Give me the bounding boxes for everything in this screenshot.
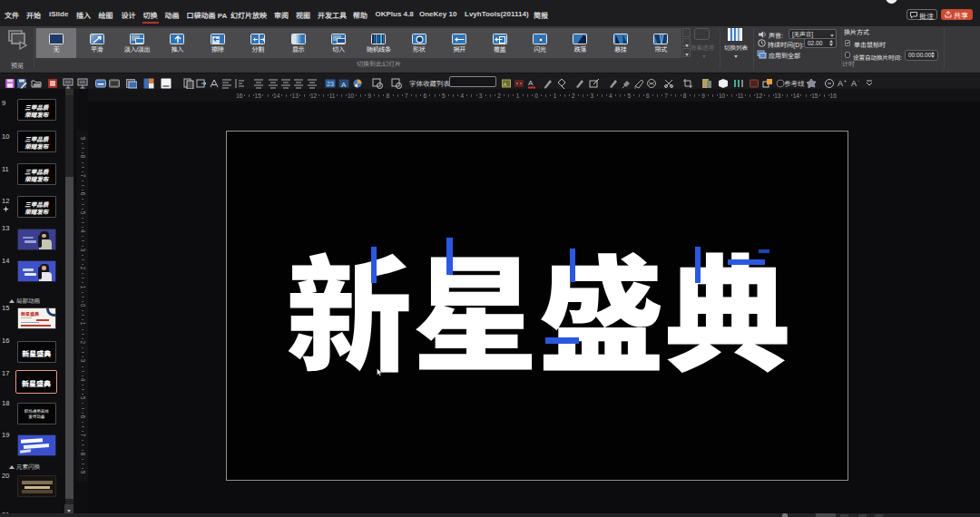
svg-text:-: - <box>858 78 859 83</box>
svg-text:A: A <box>504 82 507 87</box>
svg-text:23: 23 <box>327 81 334 87</box>
svg-text:+: + <box>844 78 847 83</box>
svg-text:A: A <box>851 79 857 88</box>
svg-text:A: A <box>528 79 534 87</box>
svg-text:A: A <box>341 81 347 89</box>
svg-text:A: A <box>838 79 843 88</box>
